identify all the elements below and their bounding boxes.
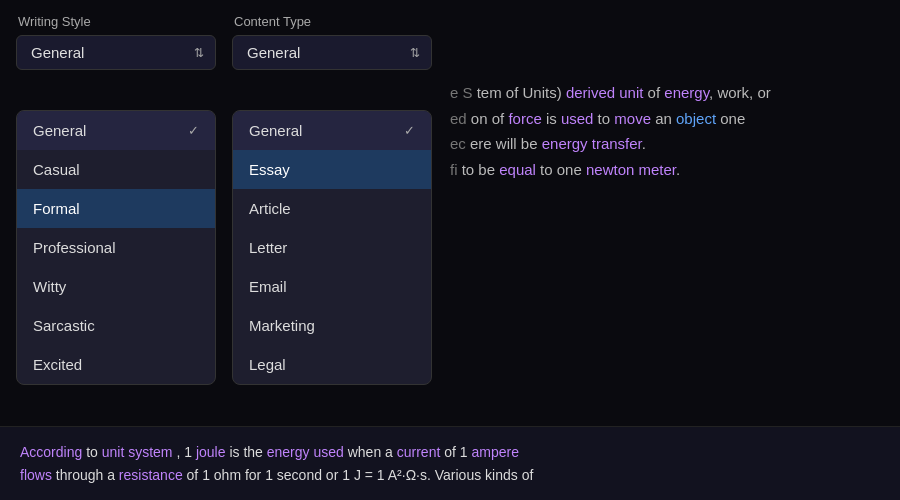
content-line-4: fi to be equal to one newton meter. bbox=[450, 157, 880, 183]
writing-style-dropdown: General ✓ Casual Formal Professional Wit… bbox=[16, 110, 216, 385]
dropdown-item-essay[interactable]: Essay bbox=[233, 150, 431, 189]
dropdown-item-label: Essay bbox=[249, 161, 290, 178]
dropdown-item-label: Email bbox=[249, 278, 287, 295]
dropdown-item-general[interactable]: General ✓ bbox=[17, 111, 215, 150]
content-type-select[interactable]: General bbox=[232, 35, 432, 70]
content-prefix: e S bbox=[450, 84, 473, 101]
dropdown-item-casual[interactable]: Casual bbox=[17, 150, 215, 189]
dropdown-item-label: General bbox=[33, 122, 86, 139]
dropdown-item-formal[interactable]: Formal bbox=[17, 189, 215, 228]
dropdown-item-label: Letter bbox=[249, 239, 287, 256]
checkmark-icon: ✓ bbox=[404, 123, 415, 138]
dropdown-item-email[interactable]: Email bbox=[233, 267, 431, 306]
writing-style-group: Writing Style General ⇅ bbox=[16, 14, 216, 70]
content-line-1: e S tem of Units) derived unit of energy… bbox=[450, 80, 880, 106]
top-bar: Writing Style General ⇅ Content Type Gen… bbox=[0, 0, 900, 80]
dropdown-item-label: Article bbox=[249, 200, 291, 217]
dropdown-item-label: Professional bbox=[33, 239, 116, 256]
dropdown-item-label: Excited bbox=[33, 356, 82, 373]
dropdown-item-label: Formal bbox=[33, 200, 80, 217]
content-line-2: ed on of force is used to move an object… bbox=[450, 106, 880, 132]
writing-style-select[interactable]: General bbox=[16, 35, 216, 70]
writing-style-select-wrapper[interactable]: General ⇅ bbox=[16, 35, 216, 70]
content-type-label: Content Type bbox=[232, 14, 432, 29]
content-type-group: Content Type General ⇅ bbox=[232, 14, 432, 70]
bottom-paragraph: According to unit system , 1 joule is th… bbox=[0, 426, 900, 500]
dropdown-item-label: Casual bbox=[33, 161, 80, 178]
content-suffix: tem of Units) bbox=[477, 84, 566, 101]
checkmark-icon: ✓ bbox=[188, 123, 199, 138]
content-type-dropdown: General ✓ Essay Article Letter Email Mar… bbox=[232, 110, 432, 385]
dropdown-item-label: Sarcastic bbox=[33, 317, 95, 334]
dropdown-item-legal[interactable]: Legal bbox=[233, 345, 431, 384]
content-text: e S tem of Units) derived unit of energy… bbox=[450, 80, 880, 182]
content-type-select-wrapper[interactable]: General ⇅ bbox=[232, 35, 432, 70]
dropdown-item-general-ct[interactable]: General ✓ bbox=[233, 111, 431, 150]
dropdown-item-marketing[interactable]: Marketing bbox=[233, 306, 431, 345]
dropdown-item-letter[interactable]: Letter bbox=[233, 228, 431, 267]
dropdown-item-label: Witty bbox=[33, 278, 66, 295]
dropdown-item-witty[interactable]: Witty bbox=[17, 267, 215, 306]
dropdown-item-label: Legal bbox=[249, 356, 286, 373]
dropdown-item-article[interactable]: Article bbox=[233, 189, 431, 228]
dropdown-item-label: General bbox=[249, 122, 302, 139]
content-highlight: derived unit bbox=[566, 84, 644, 101]
dropdown-item-excited[interactable]: Excited bbox=[17, 345, 215, 384]
dropdown-item-professional[interactable]: Professional bbox=[17, 228, 215, 267]
content-line-3: ec ere will be energy transfer. bbox=[450, 131, 880, 157]
dropdown-item-label: Marketing bbox=[249, 317, 315, 334]
dropdown-item-sarcastic[interactable]: Sarcastic bbox=[17, 306, 215, 345]
writing-style-label: Writing Style bbox=[16, 14, 216, 29]
